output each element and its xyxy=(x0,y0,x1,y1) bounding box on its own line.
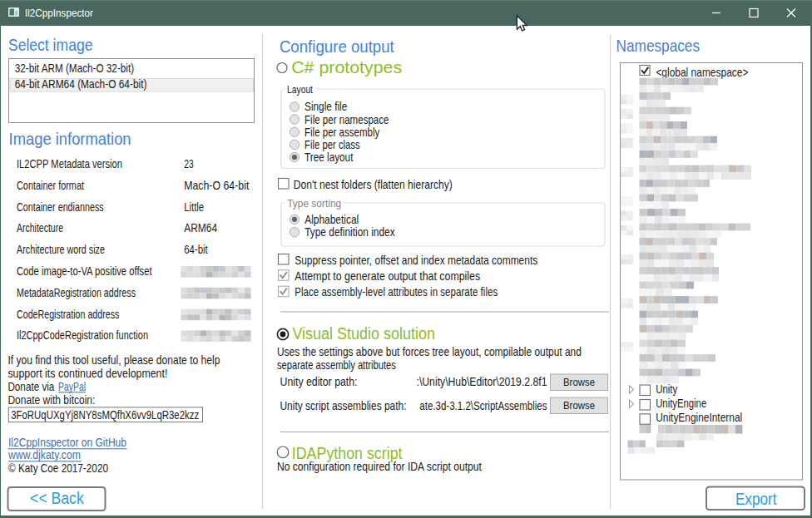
svg-text:Select image: Select image xyxy=(8,35,92,54)
svg-text:Export: Export xyxy=(735,490,777,508)
svg-text:No configuration required for: No configuration required for IDA script… xyxy=(277,460,482,473)
svg-text:Single file: Single file xyxy=(304,100,347,113)
svg-text:Browse: Browse xyxy=(563,400,595,412)
svg-text:Architecture word size: Architecture word size xyxy=(17,242,105,256)
svg-text:www.djkaty.com: www.djkaty.com xyxy=(7,447,81,461)
svg-text:Alphabetical: Alphabetical xyxy=(304,213,359,226)
svg-text:Tree layout: Tree layout xyxy=(304,150,353,164)
svg-text:Configure output: Configure output xyxy=(280,37,394,56)
svg-text:Unity: Unity xyxy=(656,382,678,396)
svg-text:support its continued developm: support its continued development! xyxy=(7,366,167,380)
svg-text:C# prototypes: C# prototypes xyxy=(291,58,402,76)
svg-text:<< Back: << Back xyxy=(30,489,84,507)
svg-text:If you find this tool useful,: If you find this tool useful, please don… xyxy=(7,353,220,367)
svg-text:Image information: Image information xyxy=(9,129,131,148)
svg-text:Mach-O 64-bit: Mach-O 64-bit xyxy=(184,178,250,192)
svg-text:UnityEngineInternal: UnityEngineInternal xyxy=(656,411,742,424)
svg-text:Place assembly-level attribute: Place assembly-level attributes in separ… xyxy=(295,285,498,298)
svg-text:32-bit ARM (Mach-O 32-bit): 32-bit ARM (Mach-O 32-bit) xyxy=(15,61,134,75)
svg-text:Type definition index: Type definition index xyxy=(304,225,395,239)
svg-text:Unity editor path:: Unity editor path: xyxy=(280,375,358,388)
svg-text:separate assembly attributes: separate assembly attributes xyxy=(277,358,396,372)
svg-text:© Katy Coe 2017-2020: © Katy Coe 2017-2020 xyxy=(8,461,108,475)
svg-text:64-bit ARM64 (Mach-O 64-bit): 64-bit ARM64 (Mach-O 64-bit) xyxy=(15,76,147,91)
svg-text:ate.3d-3.1.2\ScriptAssemblies: ate.3d-3.1.2\ScriptAssemblies xyxy=(419,399,547,412)
svg-text:Donate with bitcoin:: Donate with bitcoin: xyxy=(7,392,95,407)
svg-text:Container endianness: Container endianness xyxy=(17,200,104,214)
svg-text:UnityEngine: UnityEngine xyxy=(656,397,706,410)
svg-text:Type sorting: Type sorting xyxy=(287,197,341,210)
svg-text:PayPal: PayPal xyxy=(58,379,86,393)
svg-text:Il2CppInspector: Il2CppInspector xyxy=(25,7,93,19)
svg-text::\Unity\Hub\Editor\2019.2.8f1: :\Unity\Hub\Editor\2019.2.8f1 xyxy=(417,375,547,388)
svg-text:IL2CPP Metadata version: IL2CPP Metadata version xyxy=(17,156,122,170)
svg-text:Il2CppCodeRegistration functio: Il2CppCodeRegistration function xyxy=(17,328,148,342)
svg-text:File per namespace: File per namespace xyxy=(304,113,389,126)
svg-text:Suppress pointer, offset and i: Suppress pointer, offset and index metad… xyxy=(295,254,537,267)
svg-text:Container format: Container format xyxy=(17,178,85,192)
svg-text:ARM64: ARM64 xyxy=(184,220,217,234)
svg-text:Architecture: Architecture xyxy=(17,220,63,234)
svg-text:Uses the settings above but fo: Uses the settings above but forces tree … xyxy=(277,345,582,358)
svg-text:Code image-to-VA positive offs: Code image-to-VA positive offset xyxy=(17,264,152,278)
svg-text:Don't nest folders (flatten hi: Don't nest folders (flatten hierarchy) xyxy=(294,178,453,191)
svg-text:<global namespace>: <global namespace> xyxy=(656,66,748,79)
svg-text:Visual Studio solution: Visual Studio solution xyxy=(292,324,435,343)
svg-text:23: 23 xyxy=(184,156,194,170)
svg-text:Namespaces: Namespaces xyxy=(616,36,700,55)
svg-text:Donate via: Donate via xyxy=(7,379,55,393)
svg-text:MetadataRegistration address: MetadataRegistration address xyxy=(17,285,136,299)
svg-text:File per assembly: File per assembly xyxy=(304,126,380,139)
svg-text:Attempt to generate output tha: Attempt to generate output that compiles xyxy=(295,269,480,283)
svg-text:Browse: Browse xyxy=(563,377,595,388)
svg-text:64-bit: 64-bit xyxy=(184,242,208,256)
svg-text:Unity script assemblies path:: Unity script assemblies path: xyxy=(280,399,407,412)
svg-text:Layout: Layout xyxy=(287,83,313,96)
svg-text:CodeRegistration address: CodeRegistration address xyxy=(17,307,119,321)
svg-text:File per class: File per class xyxy=(304,138,360,151)
svg-text:3FoRUqUXgYj8NY8sMQfhX6vv9LqR3e: 3FoRUqUXgYj8NY8sMQfhX6vv9LqR3e2kzz xyxy=(11,408,199,422)
svg-text:Little: Little xyxy=(184,200,204,214)
